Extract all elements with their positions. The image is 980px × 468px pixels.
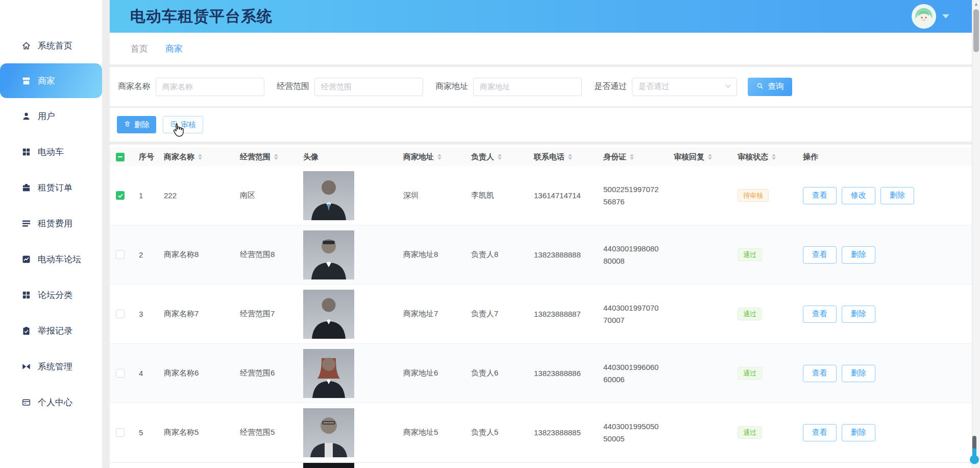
sort-icon[interactable] [568,154,572,160]
top-header: 电动车租赁平台系统 [110,0,972,33]
filter-bar: 商家名称 经营范围 商家地址 是否通过 是否通过 查询 [110,67,972,106]
table-row-partial [110,462,972,468]
delete-row-button[interactable]: 删除 [842,424,875,441]
query-button[interactable]: 查询 [748,78,792,96]
row-checkbox[interactable] [116,369,125,378]
sidebar-item-label: 论坛分类 [38,289,72,301]
merchant-photo [303,408,354,457]
col-merchant-address[interactable]: 商家地址 [399,152,467,162]
sort-icon[interactable] [772,154,776,160]
approved-select[interactable]: 是否通过 [632,78,737,96]
clipboard-check-icon [21,326,31,336]
sidebar-item-label: 个人中心 [38,396,72,408]
col-merchant-name[interactable]: 商家名称 [160,152,236,162]
scroll-up-arrow-icon[interactable]: ▲ [972,2,980,7]
table-row: 2 商家名称8 经营范围8 商家地址8 负责人8 13823888888 440… [110,225,972,285]
col-manager[interactable]: 负责人 [467,152,530,162]
search-icon [756,82,764,92]
user-icon [21,111,31,121]
row-checkbox[interactable] [116,428,125,437]
merchant-address-input[interactable] [473,78,582,96]
status-badge: 通过 [738,248,762,262]
col-review-reply[interactable]: 审核回复 [670,152,733,162]
status-badge: 通过 [738,426,762,439]
system-manage-icon [21,362,31,371]
page-title: 电动车租赁平台系统 [130,6,273,27]
approved-select-placeholder: 是否通过 [639,82,669,91]
thermometer-widget-icon [969,435,979,466]
sidebar-item-personal-center[interactable]: 个人中心 [0,384,102,420]
view-button[interactable]: 查看 [803,306,837,323]
merchant-photo [303,290,354,339]
main-area: 电动车租赁平台系统 首页 商家 商家名称 经营范围 商家地址 是否通过 是否通过 [102,0,972,468]
sidebar-item-report-records[interactable]: 举报记录 [0,313,102,348]
merchant-photo [303,230,354,279]
col-actions: 操作 [799,152,972,162]
sidebar-item-label: 租赁订单 [38,182,72,194]
sidebar-item-rental-orders[interactable]: 租赁订单 [0,170,102,205]
sort-icon[interactable] [708,154,712,160]
sidebar-item-label: 租赁费用 [38,218,72,229]
col-phone[interactable]: 联系电话 [530,152,599,162]
view-button[interactable]: 查看 [803,187,837,204]
table-row: 4 商家名称6 经营范围6 商家地址6 负责人6 13823888886 440… [110,344,972,403]
grid-icon [21,147,31,157]
sidebar-item-label: 用户 [38,110,55,122]
sort-icon[interactable] [498,154,502,160]
sidebar-item-forum-categories[interactable]: 论坛分类 [0,277,102,313]
row-checkbox[interactable] [116,310,125,318]
user-menu[interactable] [912,4,949,29]
col-id-number[interactable]: 身份证 [599,152,670,162]
delete-row-button[interactable]: 删除 [842,365,875,382]
scrollbar-thumb[interactable] [973,9,979,52]
delete-row-button[interactable]: 删除 [880,187,914,204]
view-button[interactable]: 查看 [803,424,837,441]
sort-icon[interactable] [198,154,202,160]
id-card-icon [21,397,31,407]
user-dropdown-caret-icon[interactable] [942,14,949,18]
sidebar-item-system-management[interactable]: 系统管理 [0,348,102,384]
sidebar-item-ebike-forum[interactable]: 电动车论坛 [0,241,102,277]
select-all-checkbox[interactable] [116,153,125,161]
edit-button[interactable]: 修改 [842,187,875,204]
sidebar-item-label: 系统管理 [38,361,72,372]
breadcrumb-merchants[interactable]: 商家 [165,43,183,55]
table-row: 1 222 南区 深圳 李凯凯 13614714714 500225199707… [110,166,972,225]
sidebar-item-system-home[interactable]: 系统首页 [0,28,102,63]
delete-row-button[interactable]: 删除 [842,246,875,264]
view-button[interactable]: 查看 [803,365,837,382]
table-row: 5 商家名称5 经营范围5 商家地址5 负责人5 13823888885 440… [110,403,972,462]
row-checkbox[interactable] [116,191,125,200]
col-business-scope[interactable]: 经营范围 [236,152,299,162]
sidebar-item-label: 举报记录 [38,325,72,337]
vertical-scrollbar[interactable]: ▲ [972,0,980,468]
shop-icon [21,76,31,86]
avatar[interactable] [912,4,936,29]
filter-label-merchant-address: 商家地址 [435,81,468,92]
list-icon [21,219,31,228]
sidebar-item-ebikes[interactable]: 电动车 [0,134,102,170]
merchant-name-input[interactable] [156,78,264,96]
sidebar-item-merchants[interactable]: 商家 [0,63,102,98]
filter-label-merchant-name: 商家名称 [118,81,151,92]
business-scope-input[interactable] [314,78,423,96]
col-review-status[interactable]: 审核状态 [733,152,799,162]
delete-button[interactable]: 删除 [117,116,156,133]
sidebar-item-label: 电动车 [38,146,64,158]
sidebar-item-users[interactable]: 用户 [0,98,102,134]
merchant-photo [303,349,354,398]
status-badge: 通过 [738,367,762,380]
chart-icon [21,254,31,264]
col-index[interactable]: 序号 [135,152,160,162]
sidebar-item-rental-fees[interactable]: 租赁费用 [0,205,102,241]
breadcrumb-home[interactable]: 首页 [131,43,148,55]
view-button[interactable]: 查看 [803,246,837,264]
delete-row-button[interactable]: 删除 [842,306,875,323]
sort-icon[interactable] [630,154,634,160]
row-checkbox[interactable] [116,250,125,259]
breadcrumb: 首页 商家 [110,33,972,64]
review-button[interactable]: 审核 [163,116,203,133]
sort-icon[interactable] [437,154,442,160]
home-icon [21,41,31,51]
sort-icon[interactable] [274,154,278,160]
